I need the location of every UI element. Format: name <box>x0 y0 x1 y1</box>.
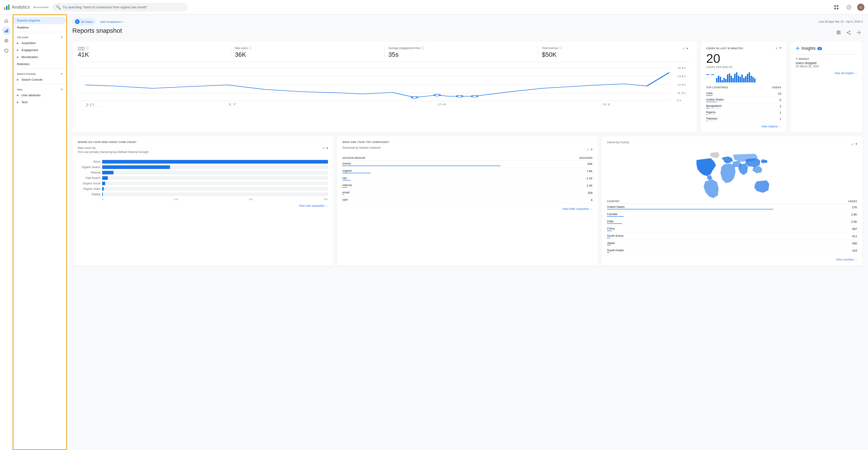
search-bar[interactable]: 🔍 Try searching "trend of conversions fr… <box>52 3 188 11</box>
realtime-line <box>710 74 711 75</box>
country-dropdown-button[interactable]: ▾ <box>856 142 857 147</box>
medium-cell: email <box>342 189 501 196</box>
realtime-bar <box>733 78 734 83</box>
sidebar-item-tech[interactable]: ▶ Tech <box>13 99 66 106</box>
sidebar-item-label: Realtime <box>17 26 29 29</box>
sidebar-item-realtime[interactable]: Realtime <box>13 24 66 31</box>
info-icon[interactable]: ⓘ <box>559 46 562 50</box>
realtime-card: USERS IN LAST 30 MINUTES ✓ ▾ 20 USERS PE… <box>701 41 786 133</box>
col-header-users: USERS <box>773 199 857 204</box>
view-all-insights-link[interactable]: View all insights → <box>796 72 857 75</box>
add-comparison-button[interactable]: Add comparison + <box>98 19 125 25</box>
sidebar-icon-explore[interactable] <box>2 36 11 45</box>
country-users: 6 <box>780 98 781 102</box>
sidebar-item-search-console[interactable]: ▶ Search Console <box>13 76 66 83</box>
info-icon[interactable]: ⓘ <box>249 46 252 50</box>
metric-label-new-users: New users ⓘ <box>235 46 381 50</box>
row-bar <box>342 180 350 181</box>
filter-bar: A All Users Add comparison + <box>72 18 125 25</box>
help-button[interactable]: ? <box>844 3 854 12</box>
col-header-sessions: SESSIONS <box>500 156 592 160</box>
apps-grid-button[interactable] <box>832 3 841 12</box>
realtime-bar <box>723 78 725 83</box>
realtime-bar <box>734 74 736 83</box>
view-user-acquisition-link[interactable]: View user acquisition → <box>78 204 328 207</box>
share-button[interactable] <box>844 29 852 37</box>
compare-button[interactable] <box>855 29 863 37</box>
new-users-dropdown-button[interactable]: ▾ <box>327 146 328 151</box>
sidebar-item-acquisition[interactable]: ▶ Acquisition <box>13 39 66 46</box>
country-bar <box>706 121 707 121</box>
sidebar-item-engagement[interactable]: ▶ Engagement <box>13 46 66 54</box>
metric-engagement-time: Average engagement time ⓘ 35s <box>385 46 538 58</box>
svg-text:2K: 2K <box>677 83 687 86</box>
sidebar-item-user-attributes[interactable]: ▶ User attributes <box>13 92 66 99</box>
sidebar-item-reports-snapshot[interactable]: Reports snapshot <box>13 17 66 24</box>
bar-fill <box>102 187 104 191</box>
user-avatar[interactable] <box>857 4 864 11</box>
bar-row-organic-social: Organic Social <box>78 182 328 185</box>
table-row: Saudi Arabia 433 <box>607 247 857 254</box>
row-bar <box>342 194 344 195</box>
date-range-selector[interactable]: Last 28 days Mar 10 – Apr 6, 2024 ▾ <box>819 20 863 23</box>
metric-value-engagement-time: 35s <box>388 51 534 58</box>
realtime-bar <box>747 74 748 83</box>
sidebar-icon-home[interactable] <box>2 16 11 25</box>
sidebar-item-monetization[interactable]: ▶ Monetization <box>13 54 66 61</box>
users-cell: 433 <box>773 247 857 254</box>
channel-group-label: First user primary channel group (Defaul… <box>78 151 149 154</box>
table-row: organic 7.8K <box>342 168 593 175</box>
chart-title-label: Sessions▾ by Session medium▾ <box>342 146 381 149</box>
campaigns-dropdown-button[interactable]: ▾ <box>591 148 592 152</box>
view-traffic-acquisition-link[interactable]: View traffic acquisition → <box>342 207 593 211</box>
account-selector[interactable]: All accounts ▾ <box>33 6 49 8</box>
svg-rect-5 <box>834 8 836 9</box>
bar-x-axis: 0 10K 20K 30K <box>78 198 328 201</box>
svg-rect-1 <box>6 6 7 10</box>
insight-text: Users dropped <box>796 61 857 65</box>
svg-text:0: 0 <box>677 99 681 102</box>
medium-cell: cpc <box>342 175 501 182</box>
insights-sparkle-icon <box>796 46 800 51</box>
table-row: South Korea 611 <box>607 233 857 240</box>
save-customization-button[interactable] <box>835 29 843 37</box>
info-icon[interactable]: ⓘ <box>86 46 89 50</box>
realtime-dropdown-button[interactable]: ▾ <box>780 46 781 51</box>
sessions-cell: 7.8K <box>500 168 592 175</box>
data-quality-icon: ✓ <box>851 142 854 147</box>
country-row-nigeria: Nigeria 1 <box>706 109 781 116</box>
sessions-by-medium-selector[interactable]: Sessions▾ by Session medium▾ <box>342 146 381 149</box>
chevron-up-icon: ∧ <box>61 88 63 91</box>
bar-row-organic: Organic Search <box>78 165 328 169</box>
country-users: 1 <box>780 111 781 114</box>
sidebar-section-user[interactable]: User ∧ <box>13 85 66 92</box>
insight-date: On March 26, 2024 <box>796 65 857 68</box>
insights-card: Insights 0 ✦ INSIGHT Users dropped On Ma… <box>790 41 863 133</box>
realtime-bar <box>745 76 746 83</box>
sidebar-section-lifecycle[interactable]: Life cycle ∧ <box>13 33 66 39</box>
bar-row-display: Display <box>78 192 328 196</box>
sidebar-icon-reports[interactable] <box>2 26 11 35</box>
country-bar <box>706 95 712 96</box>
users-cell: 580 <box>773 240 857 247</box>
sidebar-item-retention[interactable]: Retention <box>13 61 66 68</box>
realtime-bar <box>725 79 726 83</box>
info-icon[interactable]: ⓘ <box>421 46 424 50</box>
view-realtime-link[interactable]: View realtime → <box>706 125 781 128</box>
bar-fill <box>102 171 114 174</box>
metric-dropdown-button[interactable]: ▾ <box>686 46 688 51</box>
svg-line-25 <box>848 33 849 34</box>
new-users-chart-subtitle[interactable]: First user primary channel group (Defaul… <box>78 151 149 154</box>
view-countries-link[interactable]: View countries → <box>607 258 857 261</box>
expand-icon: ▶ <box>17 56 19 58</box>
insight-type-text: INSIGHT <box>799 58 809 60</box>
new-users-question: WHERE DO YOUR NEW USERS COME FROM? <box>78 141 328 143</box>
users-by-country-selector[interactable]: Users▾ by Country <box>607 141 629 144</box>
sidebar-item-label: Engagement <box>22 49 38 52</box>
table-row: United States 27K <box>607 204 857 211</box>
sidebar-icon-advertising[interactable] <box>2 46 11 55</box>
sidebar-section-search-console[interactable]: Search Console ∧ <box>13 70 66 76</box>
all-users-filter-chip[interactable]: A All Users <box>72 18 95 25</box>
search-icon: 🔍 <box>56 5 61 10</box>
country-name: United States <box>706 98 724 101</box>
